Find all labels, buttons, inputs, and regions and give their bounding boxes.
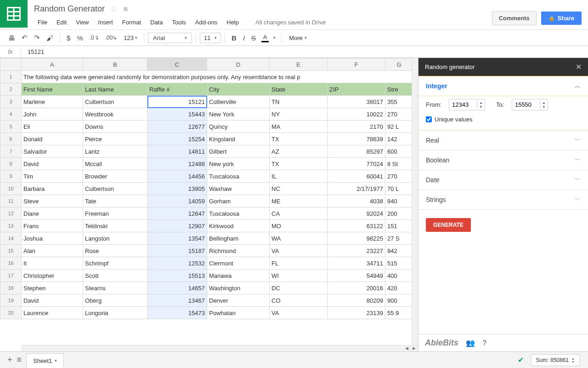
header-cell[interactable]: Raffle #: [147, 83, 207, 96]
row-header[interactable]: 2: [0, 83, 22, 96]
header-cell[interactable]: Stre: [385, 83, 413, 96]
cell[interactable]: New York: [207, 108, 270, 121]
help-icon[interactable]: ?: [482, 339, 487, 347]
cell[interactable]: Teklinski: [83, 220, 147, 232]
section-strings[interactable]: Strings﹀: [418, 190, 588, 210]
cell[interactable]: 420: [385, 282, 413, 294]
cell[interactable]: Christopher: [22, 270, 83, 282]
cell[interactable]: Gilbert: [207, 145, 270, 158]
cell[interactable]: ME: [270, 195, 328, 207]
cell[interactable]: Manawa: [207, 270, 270, 282]
cell[interactable]: 20016: [328, 282, 385, 294]
cell[interactable]: Culbertson: [83, 96, 147, 108]
cell[interactable]: New york: [207, 158, 270, 170]
cell[interactable]: 942: [385, 245, 413, 257]
cell[interactable]: 13467: [147, 294, 207, 307]
cell[interactable]: Eli: [22, 121, 83, 133]
menu-edit[interactable]: Edit: [53, 17, 70, 27]
cell[interactable]: Alan: [22, 245, 83, 257]
cell[interactable]: Kirkwood: [207, 220, 270, 232]
cell[interactable]: Rose: [83, 245, 147, 257]
close-icon[interactable]: ✕: [576, 63, 582, 71]
cell[interactable]: Tim: [22, 170, 83, 183]
cell[interactable]: CO: [270, 294, 328, 307]
cell[interactable]: David: [22, 294, 83, 307]
row-header[interactable]: 6: [0, 133, 22, 145]
cell[interactable]: NC: [270, 183, 328, 195]
paint-format-icon[interactable]: 🖌: [44, 32, 56, 44]
cell[interactable]: TX: [270, 158, 328, 170]
cell[interactable]: Barbara: [22, 183, 83, 195]
row-header[interactable]: 14: [0, 232, 22, 245]
to-input[interactable]: [512, 99, 540, 110]
cell[interactable]: Stearns: [83, 282, 147, 294]
cell[interactable]: 2/17/1977: [328, 183, 385, 195]
section-integer[interactable]: Integer ︿: [418, 76, 588, 96]
cell[interactable]: 10022: [328, 108, 385, 121]
row-header[interactable]: 3: [0, 96, 22, 108]
currency-button[interactable]: $: [64, 32, 73, 44]
cell[interactable]: David: [22, 158, 83, 170]
cell[interactable]: 12647: [147, 207, 207, 220]
cell[interactable]: AZ: [270, 145, 328, 158]
cell[interactable]: 2170: [328, 121, 385, 133]
cell[interactable]: 12532: [147, 257, 207, 270]
cell[interactable]: 92 L: [385, 121, 413, 133]
scroll-left-icon[interactable]: ◀: [403, 346, 410, 351]
cell[interactable]: Langston: [83, 232, 147, 245]
row-header[interactable]: 18: [0, 282, 22, 294]
cell[interactable]: Collierville: [207, 96, 270, 108]
section-date[interactable]: Date﹀: [418, 170, 588, 190]
cell[interactable]: 23139: [328, 307, 385, 319]
cell[interactable]: Mccall: [83, 158, 147, 170]
header-cell[interactable]: City: [207, 83, 270, 96]
cell[interactable]: Salvador: [22, 145, 83, 158]
cell[interactable]: 142: [385, 133, 413, 145]
cell[interactable]: MO: [270, 220, 328, 232]
more-button[interactable]: More▾: [285, 33, 311, 43]
cell[interactable]: Scott: [83, 270, 147, 282]
row-header[interactable]: 12: [0, 207, 22, 220]
cell[interactable]: 12488: [147, 158, 207, 170]
from-input[interactable]: [449, 99, 477, 110]
cell[interactable]: VA: [270, 245, 328, 257]
cell[interactable]: 151: [385, 220, 413, 232]
cell[interactable]: IL: [270, 170, 328, 183]
font-select[interactable]: Arial▾: [148, 33, 192, 43]
cell[interactable]: TX: [270, 133, 328, 145]
sum-display[interactable]: Sum: 850861 ▲▼: [531, 354, 580, 366]
star-icon[interactable]: ☆: [110, 4, 118, 14]
col-header[interactable]: C: [147, 58, 207, 71]
cell[interactable]: Laurence: [22, 307, 83, 319]
cell[interactable]: 14811: [147, 145, 207, 158]
cell[interactable]: 92024: [328, 207, 385, 220]
row-header[interactable]: 10: [0, 183, 22, 195]
row-header[interactable]: 11: [0, 195, 22, 207]
cell[interactable]: 15187: [147, 245, 207, 257]
sheet-tab[interactable]: Sheet1 ▾: [26, 353, 64, 368]
cell[interactable]: 13547: [147, 232, 207, 245]
header-cell[interactable]: State: [270, 83, 328, 96]
menu-insert[interactable]: Insert: [94, 17, 117, 27]
cell[interactable]: Tuscaloosa: [207, 207, 270, 220]
col-header[interactable]: B: [83, 58, 147, 71]
cell[interactable]: TN: [270, 96, 328, 108]
formula-input[interactable]: 15121: [21, 48, 44, 55]
cell[interactable]: Richmond: [207, 245, 270, 257]
row-header[interactable]: 13: [0, 220, 22, 232]
cell[interactable]: 60041: [328, 170, 385, 183]
bold-button[interactable]: B: [229, 32, 239, 44]
unique-checkbox[interactable]: [426, 116, 432, 122]
share-button[interactable]: 🔒Share: [541, 12, 582, 25]
cell[interactable]: NY: [270, 108, 328, 121]
scroll-right-icon[interactable]: ▶: [411, 346, 417, 351]
cell[interactable]: Donald: [22, 133, 83, 145]
row-header[interactable]: 9: [0, 170, 22, 183]
cell[interactable]: Frans: [22, 220, 83, 232]
cell[interactable]: Lantz: [83, 145, 147, 158]
cell[interactable]: 70 L: [385, 183, 413, 195]
spin-up-icon[interactable]: ▲: [477, 101, 485, 105]
font-size-select[interactable]: 11▾: [200, 33, 221, 43]
cell[interactable]: Quincy: [207, 121, 270, 133]
cell[interactable]: Westbrook: [83, 108, 147, 121]
